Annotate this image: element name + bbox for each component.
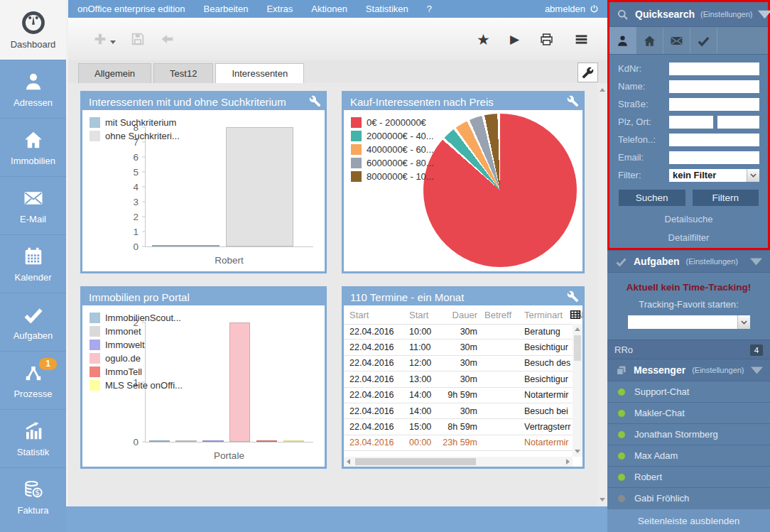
aufgaben-settings-link[interactable]: (Einstellungen) [686,257,738,266]
table-horizontal-scrollbar[interactable] [344,457,573,467]
widget-settings-wrench-icon[interactable] [309,95,321,107]
add-record-button[interactable] [92,31,116,47]
detailfilter-link[interactable]: Detailfilter [609,232,768,243]
play-button[interactable]: ▶ [510,32,519,47]
table-row[interactable]: 22.04.201611:0030mBesichtigur [344,340,573,355]
suchen-button[interactable]: Suchen [619,190,685,206]
scroll-down-arrow-icon[interactable] [600,498,605,501]
collapse-caret-icon[interactable] [751,364,763,376]
cell-terminart: Besuch bei [524,406,573,416]
filter-select[interactable]: kein Filter [669,169,759,182]
collapse-caret-icon[interactable] [758,8,770,21]
legend-swatch [90,340,100,350]
quicksearch-tab-person[interactable] [609,27,636,54]
sidebar-item-label: Immobilien [11,156,55,166]
menu-item-item[interactable]: ? [418,4,441,14]
widget-settings-wrench-icon[interactable] [567,95,579,107]
quicksearch-tab-check[interactable] [690,27,717,54]
scroll-up-arrow-icon[interactable] [600,88,605,92]
sidebar-item-label: E-Mail [20,214,46,224]
widget-settings-wrench-icon[interactable] [567,291,579,303]
sidebar-item-aufgaben[interactable]: Aufgaben [0,293,66,351]
column-header-start[interactable]: Start [409,310,442,320]
tab-settings-button[interactable] [578,63,598,82]
back-button[interactable] [160,31,175,47]
menu-item-extras[interactable]: Extras [257,4,302,14]
save-button[interactable] [130,31,146,47]
user-task-row[interactable]: RRo 4 [607,340,770,359]
email-input[interactable] [669,151,759,164]
kdnr-input[interactable] [669,63,759,75]
messenger-contact-support-chat[interactable]: Support-Chat [607,381,770,402]
favorite-star-button[interactable]: ★ [477,32,490,47]
aufgaben-header[interactable]: Aufgaben (Einstellungen) [607,250,770,273]
messenger-header[interactable]: Messenger (Einstellungen) [607,359,770,381]
sidebar-item-prozesse[interactable]: Prozesse1 [0,351,66,409]
menu-item-onoffice-enterprise-edition[interactable]: onOffice enterprise edition [68,4,195,14]
sidebar-item-dashboard[interactable]: Dashboard [0,0,66,60]
field-label: KdNr: [618,63,669,74]
table-row[interactable]: 22.04.201615:008h 59mVertragsterr [344,419,573,435]
filtern-button[interactable]: Filtern [693,190,759,206]
menu-item-statistiken[interactable]: Statistiken [357,4,418,14]
menu-item-bearbeiten[interactable]: Bearbeiten [195,4,258,14]
logout-button[interactable]: abmelden [545,4,607,14]
telefon-input[interactable] [669,134,759,146]
widget-header[interactable]: Interessenten mit und ohne Suchkriterium [82,93,325,110]
messenger-contact-max-adam[interactable]: Max Adam [607,445,770,466]
table-row[interactable]: 23.04.201600:0023h 59mNotartermir [344,435,573,451]
messenger-contact-makler-chat[interactable]: Makler-Chat [607,402,770,423]
scroll-right-arrow-icon[interactable] [566,459,570,465]
ort-input[interactable] [717,116,759,129]
print-button[interactable] [539,32,554,47]
scrollbar-thumb[interactable] [355,458,476,465]
tab-interessenten[interactable]: Interessenten [215,63,304,83]
scroll-down-arrow-icon[interactable] [575,450,580,453]
widget-header[interactable]: Kauf-Interessenten nach Preis [344,93,582,110]
table-row[interactable]: 22.04.201614:0030mBesuch bei [344,403,573,419]
table-row[interactable]: 22.04.201612:0030mBesuch des [344,356,573,371]
collapse-caret-icon[interactable] [750,256,762,268]
sidebar-item-e-mail[interactable]: E-Mail [0,176,66,234]
scroll-left-arrow-icon[interactable] [347,459,350,465]
column-header-betreff[interactable]: Betreff [484,310,524,320]
scrollbar-thumb[interactable] [574,335,581,361]
name-input[interactable] [669,80,759,93]
sidebar-item-immobilien[interactable]: Immobilien [0,118,66,176]
detailsuche-link[interactable]: Detailsuche [609,214,768,224]
sidebar-item-adressen[interactable]: Adressen [0,60,66,118]
tracking-favorit-select[interactable] [628,315,750,329]
messenger-contact-robert[interactable]: Robert [607,466,770,487]
content-scrollbar[interactable] [597,83,607,506]
tab-test12[interactable]: Test12 [153,63,213,83]
column-header-start[interactable]: Start [349,310,409,320]
quicksearch-tab-envelope[interactable] [663,27,690,54]
plz-input[interactable] [669,116,713,129]
sidebar-item-faktura[interactable]: $Faktura [0,467,66,526]
menu-item-aktionen[interactable]: Aktionen [302,4,357,14]
widget-header[interactable]: 110 Termine - ein Monat [344,288,582,305]
hide-sidebar-button[interactable]: Seitenleiste ausblenden [607,509,770,532]
messenger-contact-jonathan-stormberg[interactable]: Jonathan Stormberg [607,423,770,445]
messenger-settings-link[interactable]: (Einstellungen) [692,366,744,374]
legend-label: ohne Suchkriteri... [105,131,180,141]
toolbar-right-group: ★ ▶ [477,32,607,47]
menu-list-button[interactable] [574,32,589,47]
quicksearch-header[interactable]: Quicksearch (Einstellungen) [609,2,768,27]
table-row[interactable]: 22.04.201613:0030mBesichtigur [344,371,573,387]
scroll-up-arrow-icon[interactable] [575,327,580,331]
sidebar-item-statistik[interactable]: Statistik [0,409,66,467]
column-header-dauer[interactable]: Dauer [442,310,484,320]
stra-e-input[interactable] [669,98,759,111]
table-row[interactable]: 22.04.201614:009h 59mNotartermir [344,388,573,403]
table-vertical-scrollbar[interactable] [573,324,582,457]
sidebar-item-kalender[interactable]: Kalender [0,234,66,293]
table-row[interactable]: 22.04.201610:0030mBeratung [344,324,573,340]
quicksearch-settings-link[interactable]: (Einstellungen) [700,10,752,18]
form-row-stra-e: Straße: [618,97,759,111]
messenger-contact-gabi-fr-hlich[interactable]: Gabi Fröhlich [607,487,770,509]
widget-header[interactable]: Immobilien pro Portal [82,288,325,305]
table-grid-icon[interactable] [569,308,582,321]
quicksearch-tab-house[interactable] [636,27,663,54]
tab-allgemein[interactable]: Allgemein [78,63,151,83]
